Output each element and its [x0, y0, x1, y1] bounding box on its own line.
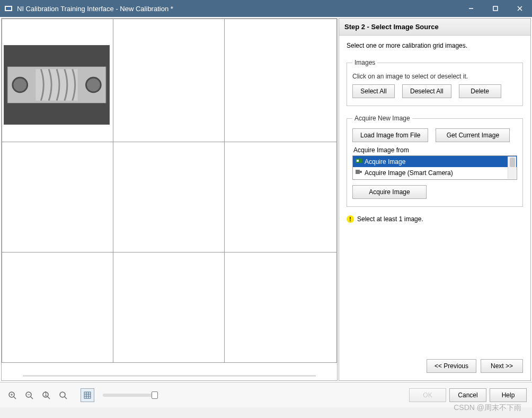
step-header: Step 2 - Select Image Source	[339, 19, 530, 36]
svg-rect-1	[6, 7, 11, 10]
titlebar: NI Calibration Training Interface - New …	[0, 0, 532, 17]
svg-line-26	[65, 397, 67, 399]
grid-view-icon[interactable]	[81, 388, 94, 402]
images-hint: Click on an image to select or deselect …	[352, 73, 517, 80]
load-image-from-file-button[interactable]: Load Image from File	[352, 128, 428, 142]
list-item[interactable]: Acquire Image (Smart Camera)	[353, 167, 517, 178]
minimize-button[interactable]	[459, 0, 483, 17]
zoom-slider[interactable]	[103, 394, 156, 397]
list-item-label: Acquire Image (Smart Camera)	[365, 169, 453, 177]
image-grid-pane[interactable]	[1, 18, 338, 381]
maximize-button[interactable]	[483, 0, 508, 17]
app-icon	[4, 4, 13, 13]
warning-icon: !	[347, 215, 354, 223]
select-all-button[interactable]: Select All	[352, 84, 395, 98]
ok-button: OK	[409, 388, 446, 402]
help-button[interactable]: Help	[490, 388, 527, 402]
acquire-group: Acquire New Image Load Image from File G…	[347, 115, 523, 207]
bottom-toolbar: 1 OK Cancel Help	[0, 382, 532, 407]
step-description: Select one or more calibration grid imag…	[347, 42, 523, 49]
grid-canvas	[2, 19, 337, 380]
svg-point-8	[13, 77, 28, 92]
step-panel: Step 2 - Select Image Source Select one …	[339, 18, 531, 381]
calibration-image-thumbnail[interactable]	[4, 45, 110, 125]
previous-button[interactable]: << Previous	[427, 359, 476, 373]
zoom-out-icon[interactable]	[22, 388, 36, 402]
svg-rect-3	[493, 6, 498, 11]
images-group: Images Click on an image to select or de…	[347, 59, 523, 106]
svg-rect-13	[356, 170, 360, 174]
svg-rect-12	[357, 160, 359, 162]
cancel-button[interactable]: Cancel	[449, 388, 486, 402]
svg-rect-27	[84, 392, 91, 398]
zoom-in-icon[interactable]	[5, 388, 19, 402]
list-item-label: Acquire Image	[365, 158, 405, 166]
list-item[interactable]: Acquire Image	[353, 156, 517, 167]
grid-horizontal-scrollbar[interactable]	[23, 373, 316, 380]
get-current-image-button[interactable]: Get Current Image	[436, 128, 510, 142]
warning-text: Select at least 1 image.	[357, 215, 423, 223]
acquire-legend: Acquire New Image	[352, 115, 412, 122]
camera-icon	[355, 157, 362, 166]
listbox-scrollbar[interactable]	[508, 156, 516, 179]
acquire-from-label: Acquire Image from	[353, 146, 517, 154]
next-button[interactable]: Next >>	[481, 359, 523, 373]
svg-line-23	[48, 397, 50, 399]
zoom-actual-icon[interactable]	[56, 388, 70, 402]
svg-text:1: 1	[44, 391, 48, 398]
acquire-image-button[interactable]: Acquire Image	[352, 185, 427, 199]
close-button[interactable]	[508, 0, 532, 17]
svg-point-9	[86, 77, 101, 92]
client-area: Step 2 - Select Image Source Select one …	[0, 17, 532, 382]
warning-row: ! Select at least 1 image.	[347, 215, 523, 223]
svg-line-16	[14, 397, 16, 399]
delete-button[interactable]: Delete	[459, 84, 501, 98]
smart-camera-icon	[355, 168, 362, 177]
svg-point-14	[360, 171, 362, 173]
svg-point-25	[60, 392, 65, 397]
images-legend: Images	[352, 59, 377, 66]
zoom-fit-icon[interactable]: 1	[39, 388, 53, 402]
window-title: NI Calibration Training Interface - New …	[17, 5, 459, 13]
svg-line-20	[31, 397, 33, 399]
deselect-all-button[interactable]: Deselect All	[402, 84, 451, 98]
acquire-source-list[interactable]: Acquire Image Acquire Image (Smart Camer…	[352, 155, 517, 180]
